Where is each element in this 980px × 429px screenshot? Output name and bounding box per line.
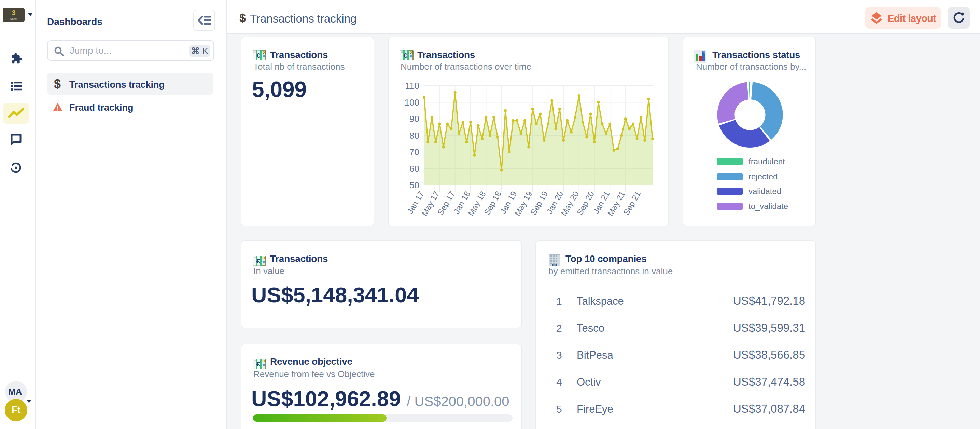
svg-text:€: € (256, 52, 260, 59)
svg-text:00: 00 (262, 359, 267, 363)
svg-text:50: 50 (409, 180, 419, 190)
svg-text:€: € (256, 361, 260, 368)
svg-text:00: 00 (262, 51, 267, 54)
svg-text:00: 00 (262, 256, 267, 260)
svg-text:80: 80 (409, 131, 419, 141)
svg-text:€: € (404, 52, 407, 59)
svg-text:90: 90 (409, 114, 419, 124)
svg-text:60: 60 (409, 164, 419, 174)
svg-text:€: € (256, 258, 260, 265)
svg-text:00: 00 (410, 51, 414, 54)
svg-text:110: 110 (405, 81, 419, 91)
svg-text:100: 100 (405, 97, 419, 108)
svg-text:70: 70 (409, 147, 419, 157)
